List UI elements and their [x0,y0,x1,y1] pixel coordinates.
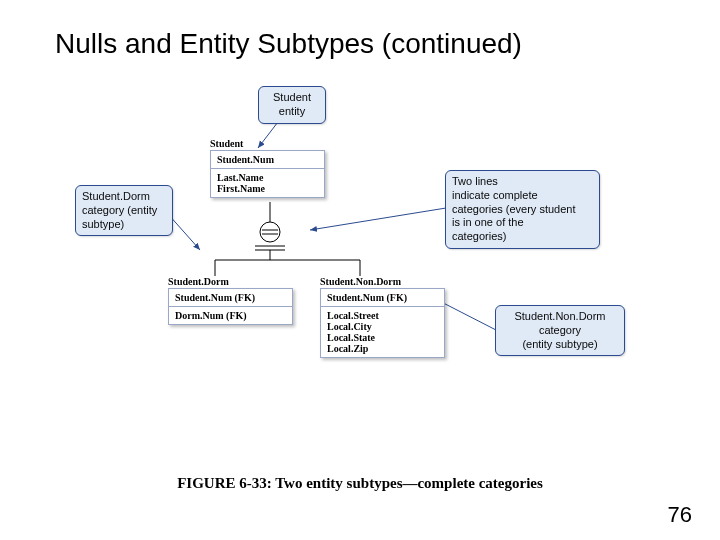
entity-student-dorm: Student.Num (FK) Dorm.Num (FK) [168,288,293,325]
callout-student-entity: Studententity [258,86,326,124]
svg-point-1 [260,222,280,242]
entity-dorm-name: Student.Dorm [168,276,229,287]
entity-row: Student.Num (FK) [169,289,292,307]
entity-student: Student.Num Last.NameFirst.Name [210,150,325,198]
diagram-connectors [0,80,720,440]
page-number: 76 [668,502,692,528]
entity-row: Student.Num (FK) [321,289,444,307]
entity-student-name: Student [210,138,243,149]
entity-nondorm-name: Student.Non.Dorm [320,276,401,287]
entity-row: Dorm.Num (FK) [169,307,292,324]
entity-row: Last.NameFirst.Name [211,169,324,197]
page-title: Nulls and Entity Subtypes (continued) [55,28,522,60]
callout-complete-categories: Two linesindicate completecategories (ev… [445,170,600,249]
entity-row: Local.StreetLocal.CityLocal.StateLocal.Z… [321,307,444,357]
er-diagram: Studententity Student.Dormcategory (enti… [0,80,720,440]
figure-caption: FIGURE 6-33: Two entity subtypes—complet… [0,475,720,492]
callout-student-dorm-subtype: Student.Dormcategory (entitysubtype) [75,185,173,236]
entity-row: Student.Num [211,151,324,169]
entity-student-nondorm: Student.Num (FK) Local.StreetLocal.CityL… [320,288,445,358]
callout-student-nondorm-subtype: Student.Non.Dormcategory(entity subtype) [495,305,625,356]
